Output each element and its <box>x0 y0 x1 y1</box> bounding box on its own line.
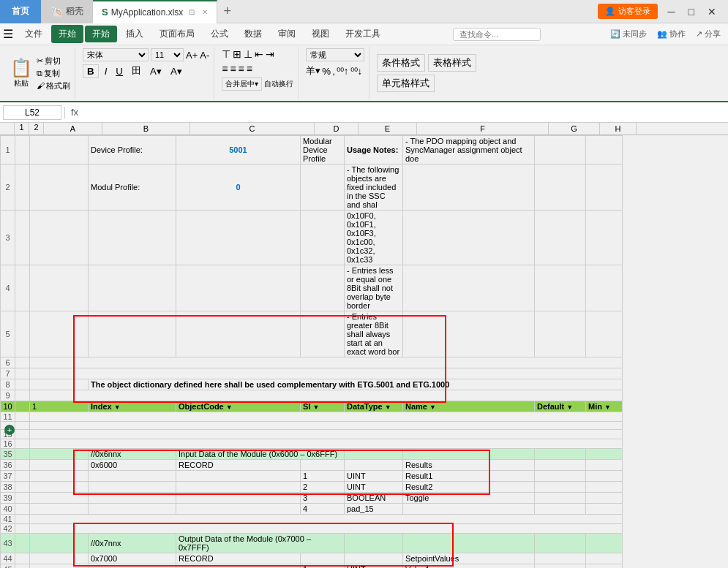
cell-D4[interactable] <box>301 265 345 311</box>
cell-B39[interactable] <box>89 493 176 504</box>
menu-file[interactable]: 文件 <box>18 25 50 43</box>
cell-D10[interactable]: SI ▼ <box>301 401 345 412</box>
col-header-D[interactable]: D <box>315 123 359 135</box>
cell-A45[interactable] <box>30 564 89 569</box>
align-middle-button[interactable]: ⊞ <box>233 48 241 60</box>
collab-button[interactable]: 👥 协作 <box>653 27 690 41</box>
cell-G40[interactable] <box>535 504 586 515</box>
cell-A39[interactable] <box>30 493 89 504</box>
share-button[interactable]: ↗ 分享 <box>691 27 725 41</box>
cell-E43[interactable] <box>345 534 403 553</box>
cell-C40[interactable] <box>176 504 301 515</box>
cell-H10[interactable]: Min ▼ <box>586 401 623 412</box>
cell-E3[interactable]: 0x10F0, 0x10F1, 0x10F3, 0x1c00, 0x1c32, … <box>345 211 403 265</box>
cell-F39[interactable]: Toggle <box>403 493 535 504</box>
cell-F2[interactable] <box>403 164 535 211</box>
cell-B1[interactable]: Device Profile: <box>89 136 176 164</box>
fill-color-button[interactable]: A▾ <box>147 65 165 77</box>
cell-F36[interactable]: Results <box>403 460 535 471</box>
cell-D36[interactable] <box>301 460 345 471</box>
indent-inc-button[interactable]: ⇥ <box>266 48 274 60</box>
cell-A44[interactable] <box>30 553 89 564</box>
cell-E10[interactable]: DataType ▼ <box>345 401 403 412</box>
font-decrease-button[interactable]: A- <box>200 50 209 61</box>
excel-tab[interactable]: S MyApplication.xlsx ⊡ ✕ <box>93 0 217 23</box>
formula-function-icon[interactable]: fx <box>68 107 81 118</box>
cell-B35[interactable]: //0x6nnx <box>89 449 176 460</box>
font-color-button[interactable]: A▾ <box>168 65 185 77</box>
align-center-button[interactable]: ≡ <box>230 63 236 75</box>
col-header-A[interactable]: A <box>44 123 102 135</box>
col-header-E[interactable]: E <box>359 123 417 135</box>
tab-restore-icon[interactable]: ⊡ <box>189 8 195 16</box>
cell-row9[interactable] <box>30 390 623 401</box>
formula-input[interactable] <box>84 106 725 119</box>
col-header-B[interactable]: B <box>102 123 190 135</box>
menu-home[interactable]: 开始 <box>51 25 83 43</box>
cell-F38[interactable]: Result2 <box>403 482 535 493</box>
menu-review[interactable]: 审阅 <box>271 25 303 43</box>
cell-H44[interactable] <box>586 553 623 564</box>
cell-F4[interactable] <box>403 265 535 311</box>
font-family-select[interactable]: 宋体 Arial <box>83 48 149 61</box>
cell-F44[interactable]: SetpointValues <box>403 553 535 564</box>
cell-H39[interactable] <box>586 493 623 504</box>
cell-C36[interactable]: RECORD <box>176 460 301 471</box>
cell-A4[interactable] <box>30 265 89 311</box>
cell-A38[interactable] <box>30 482 89 493</box>
percent-button[interactable]: % <box>322 66 331 77</box>
cell-C2[interactable]: 0 <box>176 164 301 211</box>
cell-G1[interactable] <box>535 136 586 164</box>
cell-G44[interactable] <box>535 553 586 564</box>
cell-H37[interactable] <box>586 471 623 482</box>
cell-G36[interactable] <box>535 460 586 471</box>
start-button[interactable]: 开始 <box>85 26 117 42</box>
cell-B10[interactable]: Index ▼ <box>89 401 176 412</box>
cut-button[interactable]: ✂剪切 <box>37 56 70 67</box>
cell-F3[interactable] <box>403 211 535 265</box>
cell-F10[interactable]: Name ▼ <box>403 401 535 412</box>
number-format-select[interactable]: 常规 <box>306 48 364 61</box>
cell-D45[interactable]: 1 <box>301 564 345 569</box>
cell-C39[interactable] <box>176 493 301 504</box>
cell-E45[interactable]: UINT <box>345 564 403 569</box>
cell-A1[interactable] <box>30 136 89 164</box>
cell-D3[interactable] <box>301 211 345 265</box>
cell-A10[interactable]: 1 <box>30 401 89 412</box>
cell-D1[interactable]: Modular Device Profile <box>301 136 345 164</box>
cell-G3[interactable] <box>535 211 586 265</box>
menu-insert[interactable]: 插入 <box>119 25 151 43</box>
cell-B36[interactable]: 0x6000 <box>89 460 176 471</box>
cell-G37[interactable] <box>535 471 586 482</box>
cell-B40[interactable] <box>89 504 176 515</box>
cell-A5[interactable] <box>30 311 89 357</box>
copy-button[interactable]: ⧉复制 <box>37 68 70 79</box>
add-row-indicator[interactable]: + <box>4 425 15 435</box>
cell-G39[interactable] <box>535 493 586 504</box>
cell-D38[interactable]: 2 <box>301 482 345 493</box>
cell-C45[interactable] <box>176 564 301 569</box>
bold-button[interactable]: B <box>83 64 99 78</box>
cell-B38[interactable] <box>89 482 176 493</box>
cell-C38[interactable] <box>176 482 301 493</box>
menu-page-layout[interactable]: 页面布局 <box>152 25 202 43</box>
cell-D2[interactable] <box>301 164 345 211</box>
row41[interactable] <box>30 515 623 524</box>
align-top-button[interactable]: ⊤ <box>222 48 230 60</box>
cell-F45[interactable]: Value1 <box>403 564 535 569</box>
format-painter-button[interactable]: 🖌格式刷 <box>37 80 70 91</box>
cell-E38[interactable]: UINT <box>345 482 403 493</box>
border-button[interactable]: 田 <box>129 64 144 78</box>
cell-G43[interactable] <box>535 534 586 553</box>
minimize-button[interactable]: ─ <box>662 4 681 19</box>
cell-E44[interactable] <box>345 553 403 564</box>
cell-E39[interactable]: BOOLEAN <box>345 493 403 504</box>
menu-dev-tools[interactable]: 开发工具 <box>338 25 388 43</box>
row16[interactable] <box>30 439 623 449</box>
cell-H43[interactable] <box>586 534 623 553</box>
row11[interactable] <box>30 412 623 422</box>
cell-G38[interactable] <box>535 482 586 493</box>
col-header-H[interactable]: H <box>600 123 637 135</box>
new-tab-button[interactable]: + <box>217 4 237 19</box>
cell-D44[interactable] <box>301 553 345 564</box>
